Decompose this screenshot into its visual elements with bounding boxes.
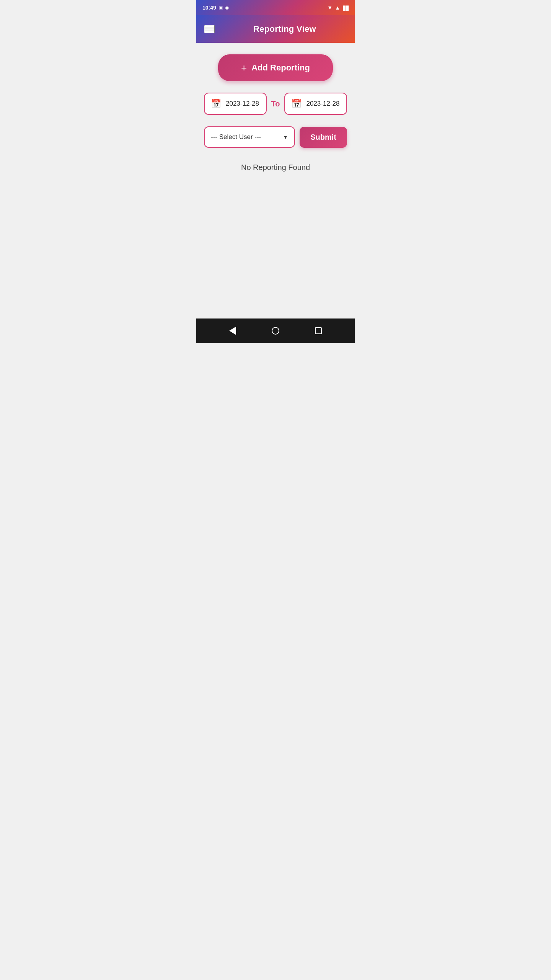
hamburger-line-1 — [205, 26, 214, 27]
status-time: 10:49 — [202, 5, 216, 11]
status-bar-right: ▼ ▲ ▮▮ — [327, 3, 349, 12]
wifi-icon: ▼ — [327, 5, 333, 11]
menu-button[interactable] — [204, 25, 215, 33]
hamburger-line-2 — [205, 29, 214, 30]
filter-row: --- Select User --- ▼ Submit — [204, 126, 347, 148]
battery-icon: ▮▮ — [342, 3, 349, 12]
app-bar: Reporting View — [196, 15, 355, 43]
recent-apps-icon — [315, 327, 322, 334]
dropdown-arrow-icon: ▼ — [283, 134, 288, 140]
status-bar-left: 10:49 ▣ ◉ — [202, 5, 229, 11]
recent-apps-button[interactable] — [311, 323, 326, 338]
signal-icon: ▲ — [335, 5, 340, 11]
add-reporting-label: Add Reporting — [251, 63, 310, 73]
main-content: + Add Reporting 📅 2023-12-28 To 📅 2023-1… — [196, 43, 355, 318]
empty-state-message: No Reporting Found — [204, 159, 347, 176]
notification-icon: ◉ — [225, 5, 229, 10]
sim-icon: ▣ — [218, 5, 223, 10]
calendar-from-icon: 📅 — [211, 99, 221, 109]
date-to-field[interactable]: 📅 2023-12-28 — [284, 93, 347, 115]
select-user-label: --- Select User --- — [211, 133, 261, 141]
date-filter-row: 📅 2023-12-28 To 📅 2023-12-28 — [204, 93, 347, 115]
hamburger-line-3 — [205, 31, 214, 33]
plus-icon: + — [241, 63, 247, 73]
add-reporting-button[interactable]: + Add Reporting — [218, 54, 333, 81]
page-title: Reporting View — [222, 24, 347, 34]
submit-button[interactable]: Submit — [300, 127, 347, 148]
home-button[interactable] — [268, 323, 283, 338]
date-from-value: 2023-12-28 — [226, 100, 259, 108]
back-icon — [229, 327, 236, 335]
select-user-dropdown[interactable]: --- Select User --- ▼ — [204, 126, 295, 148]
bottom-navigation — [196, 318, 355, 343]
to-label: To — [271, 100, 280, 108]
back-button[interactable] — [225, 323, 240, 339]
home-icon — [272, 327, 279, 335]
date-from-field[interactable]: 📅 2023-12-28 — [204, 93, 267, 115]
date-to-value: 2023-12-28 — [306, 100, 339, 108]
status-bar: 10:49 ▣ ◉ ▼ ▲ ▮▮ — [196, 0, 355, 15]
calendar-to-icon: 📅 — [291, 99, 302, 109]
